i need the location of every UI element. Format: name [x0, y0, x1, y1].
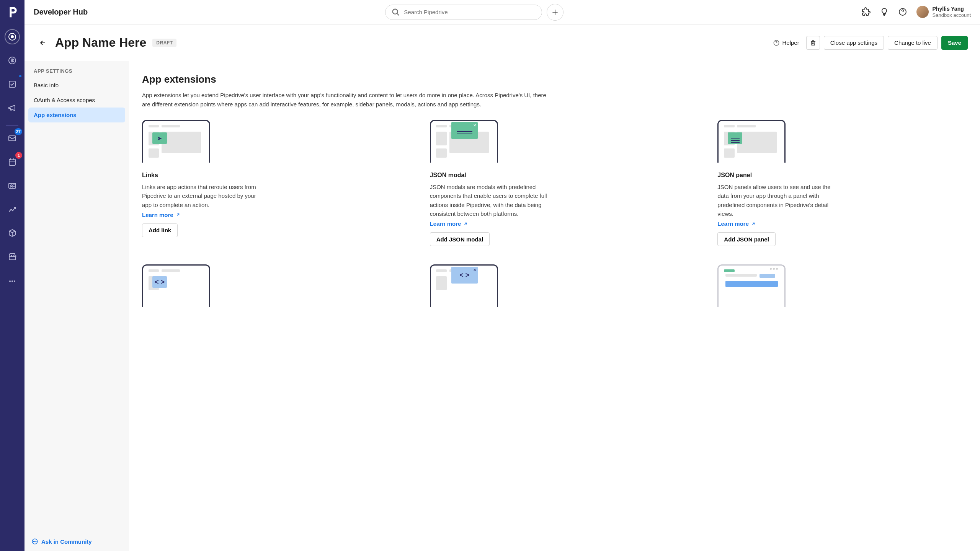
add-json-modal-button[interactable]: Add JSON modal — [430, 232, 490, 246]
card-desc-links: Links are app actions that reroute users… — [142, 183, 265, 209]
close-settings-button[interactable]: Close app settings — [824, 36, 884, 50]
card-desc-json-modal: JSON modals are modals with predefined c… — [430, 183, 552, 218]
change-to-live-button[interactable]: Change to live — [888, 36, 938, 50]
avatar — [916, 6, 929, 18]
user-menu[interactable]: Phyllis Yang Sandbox account — [916, 6, 971, 18]
svg-point-10 — [14, 280, 15, 282]
sidebar-heading: APP SETTINGS — [28, 68, 125, 78]
external-link-icon — [463, 222, 468, 226]
svg-rect-5 — [9, 159, 15, 165]
page-title: App extensions — [142, 73, 967, 85]
search-input[interactable] — [404, 9, 536, 15]
sidebar-item-app-extensions[interactable]: App extensions — [28, 108, 125, 122]
nav-leads[interactable] — [5, 29, 20, 44]
activities-badge: 1 — [15, 152, 22, 159]
custom-modal-preview-image: ✕ < > — [430, 264, 498, 307]
app-name: App Name Here — [55, 36, 146, 50]
card-desc-json-panel: JSON panels allow users to see and use t… — [717, 183, 840, 218]
external-link-icon — [751, 222, 756, 226]
svg-point-7 — [11, 185, 12, 186]
back-button[interactable] — [37, 37, 49, 49]
external-link-icon — [176, 212, 180, 217]
mail-badge: 27 — [15, 128, 22, 135]
search-box[interactable] — [385, 5, 542, 20]
card-title-links: Links — [142, 172, 265, 179]
svg-rect-3 — [9, 81, 15, 87]
delete-button[interactable] — [806, 36, 820, 50]
nav-marketplace[interactable] — [5, 249, 20, 264]
page-brand: Developer Hub — [34, 8, 88, 16]
add-button[interactable] — [547, 4, 564, 21]
nav-more[interactable] — [5, 274, 20, 289]
trash-icon — [810, 39, 817, 46]
nav-campaigns[interactable] — [5, 100, 20, 116]
arrow-left-icon — [39, 39, 47, 47]
lightbulb-icon[interactable] — [880, 7, 889, 16]
ask-community-link[interactable]: Ask in Community — [31, 538, 92, 545]
save-button[interactable]: Save — [941, 36, 968, 50]
add-json-panel-button[interactable]: Add JSON panel — [717, 232, 776, 246]
plus-icon — [551, 8, 559, 16]
nav-insights[interactable] — [5, 202, 20, 217]
card-title-json-modal: JSON modal — [430, 172, 552, 179]
nav-activities[interactable]: 1 — [5, 154, 20, 170]
nav-projects[interactable] — [5, 77, 20, 92]
page-description: App extensions let you extend Pipedrive'… — [142, 91, 555, 109]
svg-point-8 — [9, 280, 11, 282]
svg-rect-4 — [9, 136, 16, 141]
search-icon — [392, 8, 400, 16]
help-circle-icon — [773, 39, 780, 46]
extension-icon[interactable] — [861, 7, 871, 16]
status-badge: DRAFT — [152, 39, 176, 47]
json-panel-preview-image — [717, 120, 786, 163]
learn-more-links[interactable]: Learn more — [142, 212, 180, 218]
svg-point-1 — [11, 36, 13, 38]
svg-point-16 — [34, 541, 35, 542]
user-account: Sandbox account — [933, 12, 971, 18]
links-preview-image: ➤ — [142, 120, 210, 163]
logo[interactable] — [5, 5, 20, 20]
settings-preview-image — [717, 264, 786, 307]
json-modal-preview-image: ✕ — [430, 120, 498, 163]
svg-point-15 — [33, 541, 34, 542]
sidebar-item-basic-info[interactable]: Basic info — [28, 78, 125, 93]
user-name: Phyllis Yang — [933, 6, 971, 12]
nav-mail[interactable]: 27 — [5, 130, 20, 146]
svg-point-11 — [393, 9, 398, 14]
learn-more-json-modal[interactable]: Learn more — [430, 220, 468, 227]
nav-deals[interactable] — [5, 53, 20, 68]
nav-contacts[interactable] — [5, 178, 20, 193]
svg-point-9 — [11, 280, 13, 282]
helper-link[interactable]: Helper — [773, 39, 799, 46]
learn-more-json-panel[interactable]: Learn more — [717, 220, 756, 227]
sidebar-item-oauth[interactable]: OAuth & Access scopes — [28, 93, 125, 108]
custom-panel-preview-image: < > — [142, 264, 210, 307]
nav-products[interactable] — [5, 225, 20, 241]
card-title-json-panel: JSON panel — [717, 172, 840, 179]
chat-icon — [31, 538, 38, 545]
help-icon[interactable] — [898, 7, 907, 16]
svg-point-17 — [36, 541, 36, 542]
add-link-button[interactable]: Add link — [142, 223, 178, 237]
